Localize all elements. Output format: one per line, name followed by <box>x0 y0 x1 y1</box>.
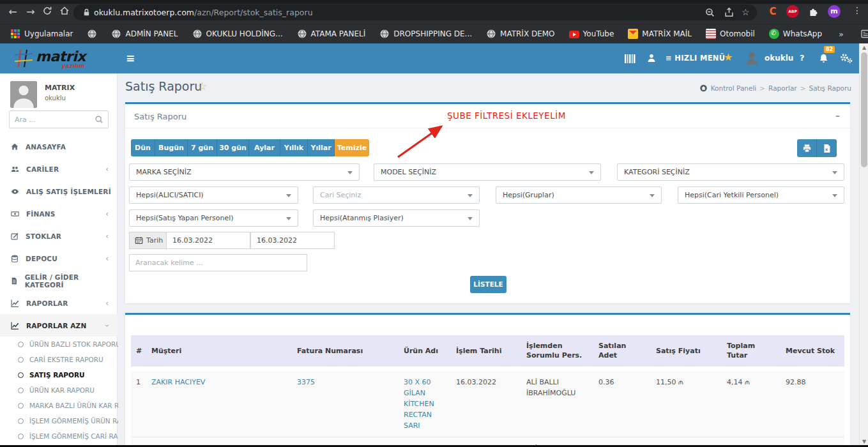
kategori-select[interactable]: KATEGORİ SEÇİNİZ <box>617 163 844 181</box>
sidebar-item-islem-gormemis-urun[interactable]: İŞLEM GÖRMEMİŞ ÜRÜN RAPOR <box>0 413 118 428</box>
yillik-button[interactable]: Yıllık <box>280 139 308 156</box>
sidebar-item-cari-ekstre[interactable]: CARİ EKSTRE RAPORU <box>0 352 118 367</box>
bookmark-item[interactable]: WhatsApp <box>764 27 827 41</box>
bookmark-item[interactable]: OKUKLU HOLDİNG... <box>187 27 288 41</box>
settings-gears-icon[interactable] <box>839 52 853 67</box>
sidebar-item-urun-bazli-stok[interactable]: ÜRÜN BAZLI STOK RAPORU <box>0 337 118 352</box>
model-select[interactable]: MODEL SEÇİNİZ <box>374 163 601 181</box>
radio-icon <box>18 342 24 347</box>
sidebar-item-islem-gormemis-cari[interactable]: İŞLEM GÖRMEMİŞ CARİ RAPORU <box>0 428 118 444</box>
bookmarks-overflow-chevron[interactable]: » <box>835 29 848 39</box>
barcode-icon[interactable] <box>625 54 636 66</box>
abp-extension-icon[interactable]: ABP <box>786 5 799 18</box>
database-icon <box>10 254 19 263</box>
clockify-extension-icon[interactable]: C <box>766 5 779 18</box>
sidebar-item-alis-satis[interactable]: ALIŞ SATIŞ İŞLEMLERİ ‹ <box>0 180 118 202</box>
scrollbar-down-arrow[interactable]: ▼ <box>860 439 868 444</box>
sidebar-search-input[interactable] <box>15 114 91 125</box>
gruplar-select[interactable]: Hepsi(Gruplar) <box>496 186 662 204</box>
sidebar-item-anasayfa[interactable]: ANASAYFA <box>0 135 118 158</box>
customer-link[interactable]: ZAKIR HACIYEV <box>151 378 205 386</box>
sidebar-item-raporlar[interactable]: RAPORLAR ‹ <box>0 292 118 314</box>
listele-button[interactable]: LİSTELE <box>470 276 506 293</box>
matrix-logo[interactable]: matrix yazılım <box>11 47 107 70</box>
sidebar-toggle-icon[interactable]: ≡ <box>126 52 135 64</box>
sidebar-item-gelir-gider[interactable]: GELİR / GİDER KATEGORİ <box>0 269 118 292</box>
profile-avatar[interactable] <box>10 81 37 108</box>
home-icon[interactable] <box>58 6 71 19</box>
notifications-bell-icon[interactable] <box>818 53 829 66</box>
collapse-panel-icon[interactable]: – <box>835 110 840 121</box>
sidebar-item-finans[interactable]: FİNANS ‹ <box>0 202 118 225</box>
bookmark-label: ADMİN PANEL <box>125 29 178 38</box>
excel-export-button[interactable]: x <box>817 139 837 157</box>
aylar-button[interactable]: Aylar <box>249 139 280 156</box>
bookmark-item[interactable] <box>82 27 102 41</box>
marka-select[interactable]: MARKA SEÇİNİZ <box>129 163 360 181</box>
cari-select[interactable]: Cari Seçiniz <box>313 186 480 204</box>
sidebar-item-stoklar[interactable]: STOKLAR ‹ <box>0 225 118 247</box>
sidebar-item-raporlar-azn[interactable]: RAPORLAR AZN ‹ <box>0 314 118 337</box>
browser-menu-icon[interactable]: ⋮ <box>853 5 862 15</box>
radio-icon <box>18 418 24 424</box>
extensions-puzzle-icon[interactable] <box>807 5 819 18</box>
yedi-gun-button[interactable]: 7 gün <box>188 139 217 156</box>
profile-name: MATRIX <box>45 84 75 92</box>
print-button[interactable] <box>797 139 817 157</box>
date-from-input[interactable] <box>166 232 250 249</box>
zoom-icon[interactable] <box>704 7 715 18</box>
cari-yetkili-select[interactable]: Hepsi(Cari Yetkili Personel) <box>678 186 844 204</box>
bookmark-item[interactable]: Otomobil <box>701 27 760 41</box>
user-icon[interactable] <box>646 53 657 66</box>
keyword-input[interactable] <box>129 254 307 271</box>
scrollbar-thumb[interactable] <box>861 52 867 167</box>
chart-line-icon <box>10 321 20 330</box>
bookmark-item[interactable]: ADMİN PANEL <box>106 27 183 41</box>
navbar-avatar[interactable] <box>744 50 759 68</box>
favorite-page-star-icon[interactable]: ☆ <box>197 80 207 93</box>
sidebar-item-marka-bazli-kar[interactable]: MARKA BAZLI ÜRÜN KAR RAPOR <box>0 398 118 413</box>
breadcrumb-item[interactable]: Satış Raporu <box>809 84 851 92</box>
yillar-button[interactable]: Yıllar <box>308 139 335 156</box>
bookmark-star-icon[interactable]: ☆ <box>742 4 750 20</box>
date-to-input[interactable] <box>250 232 335 249</box>
bookmark-item[interactable]: MATRİX DEMO <box>481 27 560 41</box>
bookmark-item[interactable]: DROPSHIPPING DE... <box>374 27 477 41</box>
username-label[interactable]: okuklu <box>765 54 793 63</box>
favorites-star-icon[interactable]: ★ <box>724 51 733 63</box>
scrollbar-up-arrow[interactable]: ▲ <box>860 45 868 50</box>
bookmark-item[interactable]: MATRİX MAİL <box>623 27 697 41</box>
sidebar-item-urun-kar[interactable]: ÜRÜN KAR RAPORU <box>0 383 118 398</box>
eye-icon <box>10 187 20 196</box>
search-icon[interactable] <box>95 115 103 124</box>
bookmark-item[interactable]: ATAMA PANELİ <box>292 27 371 41</box>
invoice-link[interactable]: 3375 <box>297 378 315 386</box>
back-icon[interactable]: ← <box>6 6 19 19</box>
plasiyer-select[interactable]: Hepsi(Atanmış Plasiyer) <box>313 209 480 227</box>
alici-satici-select[interactable]: Hepsi(ALICI/SATICI) <box>129 186 298 204</box>
sidebar-item-satis-raporu[interactable]: SATIŞ RAPORU <box>0 367 118 383</box>
address-bar[interactable]: okuklu.matrixotoerp.com/azn/Report/stok_… <box>73 4 757 20</box>
breadcrumb-item[interactable]: Raporlar <box>768 84 797 92</box>
sidebar-item-cariler[interactable]: CARİLER ‹ <box>0 158 118 180</box>
product-link[interactable]: 30 X 60 GİLAN KİTCHEN RECTAN SARI <box>404 378 434 430</box>
otuz-gun-button[interactable]: 30 gün <box>217 139 249 156</box>
breadcrumb-item[interactable]: Kontrol Paneli <box>711 84 757 92</box>
quick-menu-button[interactable]: ≡ HIZLI MENÜ <box>666 54 725 63</box>
bookmark-item[interactable]: YouTube <box>564 27 620 40</box>
page-scrollbar[interactable]: ▲ ▼ <box>859 43 868 447</box>
temizle-button[interactable]: Temizle <box>335 139 369 156</box>
forward-icon[interactable]: → <box>24 6 37 19</box>
browser-profile-avatar[interactable]: m <box>828 5 841 18</box>
reload-icon[interactable] <box>41 6 54 19</box>
share-icon[interactable] <box>724 7 735 18</box>
panel-header: Satış Raporu ŞUBE FİLTRESİ EKLEYELİM – <box>125 104 850 128</box>
sidebar-search[interactable] <box>9 110 109 128</box>
satis-personel-select[interactable]: Hepsi(Satış Yapan Personel) <box>129 209 298 227</box>
dun-button[interactable]: Dün <box>131 139 155 156</box>
reading-list-button[interactable]: Okuma listesi <box>855 27 868 41</box>
bookmark-item[interactable]: Uygulamalar <box>5 27 78 41</box>
sidebar-item-depocu[interactable]: DEPOCU ‹ <box>0 247 118 269</box>
bugun-button[interactable]: Bugün <box>155 139 188 156</box>
help-button[interactable]: ? <box>800 53 805 63</box>
